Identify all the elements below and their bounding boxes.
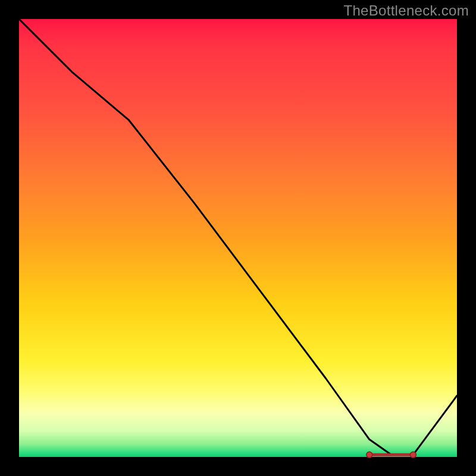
chart-svg — [19, 19, 457, 457]
chart-stage: TheBottleneck.com — [0, 0, 476, 476]
watermark-text: TheBottleneck.com — [343, 2, 469, 19]
svg-point-1 — [367, 452, 372, 458]
svg-point-2 — [410, 452, 416, 458]
bottleneck-curve — [19, 19, 457, 455]
caterpillar-marker — [367, 452, 416, 458]
